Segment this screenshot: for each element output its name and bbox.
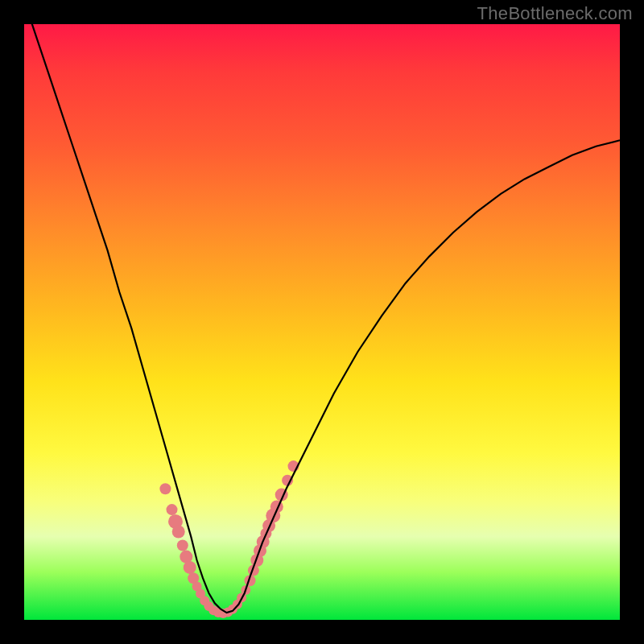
scatter-point [167,504,178,515]
scatter-point [177,540,188,551]
scatter-points [159,460,299,618]
scatter-point [172,526,185,539]
watermark-text: TheBottleneck.com [477,3,633,24]
chart-frame: TheBottleneck.com [0,0,644,644]
scatter-point [184,561,196,574]
bottleneck-curve [24,0,620,613]
plot-overlay [24,24,620,620]
scatter-point [159,483,171,494]
